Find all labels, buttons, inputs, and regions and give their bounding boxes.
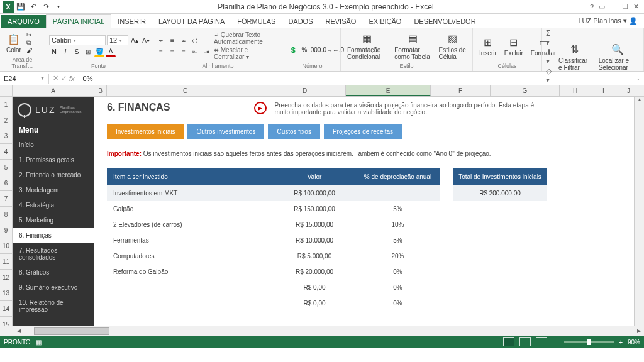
- scrollbar-horizontal[interactable]: ◀ ▶: [0, 326, 644, 336]
- indent-inc-icon[interactable]: ⇥: [201, 47, 211, 57]
- view-normal-icon[interactable]: [503, 337, 514, 346]
- view-layout-icon[interactable]: [519, 337, 531, 346]
- insert-cells-button[interactable]: ⊞Inserir: [477, 34, 499, 58]
- row-header-4[interactable]: 4: [0, 144, 12, 160]
- percent-icon[interactable]: %: [299, 45, 309, 55]
- col-header-F[interactable]: F: [431, 85, 491, 96]
- col-header-H[interactable]: H: [560, 85, 591, 96]
- inc-decimal-icon[interactable]: .0→: [322, 45, 332, 55]
- macro-record-icon[interactable]: ▦: [36, 339, 42, 346]
- scroll-up-icon[interactable]: ▲: [635, 97, 644, 102]
- save-icon[interactable]: 💾: [15, 1, 26, 13]
- table-row[interactable]: Investimentos em MKTR$ 100.000,00-: [107, 185, 440, 201]
- paste-button[interactable]: 📋Colar: [4, 31, 24, 55]
- italic-button[interactable]: I: [60, 47, 70, 57]
- account-name[interactable]: LUZ Planilhas ▾ 👤: [572, 14, 644, 28]
- autosum-icon[interactable]: Σ ▾: [546, 29, 553, 47]
- merge-center-button[interactable]: ⬌ Mesclar e Centralizar ▾: [214, 47, 280, 60]
- formula-input[interactable]: 0%: [79, 74, 633, 84]
- help-icon[interactable]: ?: [590, 3, 594, 11]
- enter-formula-icon[interactable]: ✓: [61, 74, 67, 82]
- tab-view[interactable]: EXIBIÇÃO: [362, 15, 408, 28]
- fill-icon[interactable]: ⬇ ▾: [546, 48, 553, 65]
- cell-styles-button[interactable]: ▧Estilos de Célula: [436, 31, 469, 62]
- close-icon[interactable]: ✕: [633, 3, 639, 11]
- font-size-combo[interactable]: 12▼: [107, 35, 128, 45]
- scroll-thumb-h[interactable]: [34, 327, 109, 335]
- tab-insert[interactable]: INSERIR: [111, 15, 152, 28]
- tab-data[interactable]: DADOS: [282, 15, 319, 28]
- table-row[interactable]: --R$ 0,000%: [107, 295, 440, 311]
- menu-item-5[interactable]: 5. Marketing: [13, 212, 94, 228]
- menu-item-10[interactable]: 10. Relatório de impressão: [13, 295, 94, 317]
- content-tab-0[interactable]: Investimentos iniciais: [107, 124, 184, 139]
- zoom-in-icon[interactable]: +: [619, 339, 623, 346]
- content-tab-2[interactable]: Custos fixos: [268, 124, 319, 139]
- fx-icon[interactable]: fx: [69, 75, 75, 82]
- row-header-6[interactable]: 6: [0, 175, 12, 191]
- scroll-right-icon[interactable]: ▶: [634, 328, 644, 334]
- font-name-combo[interactable]: Calibri▼: [49, 35, 106, 45]
- content-tab-3[interactable]: Projeções de receitas: [324, 124, 402, 139]
- cut-icon[interactable]: ✂: [26, 31, 33, 38]
- borders-icon[interactable]: ⊞: [83, 47, 93, 57]
- menu-item-6[interactable]: 6. Finanças: [13, 228, 94, 243]
- row-header-9[interactable]: 9: [0, 222, 12, 238]
- ribbon-options-icon[interactable]: ▭: [599, 3, 605, 11]
- row-header-12[interactable]: 12: [0, 270, 12, 285]
- undo-icon[interactable]: ↶: [28, 1, 39, 13]
- scroll-left-icon[interactable]: ◀: [14, 328, 24, 334]
- zoom-slider[interactable]: [564, 341, 614, 343]
- find-select-button[interactable]: 🔍Localizar e Selecionar: [596, 41, 640, 72]
- row-header-13[interactable]: 13: [0, 285, 12, 301]
- content-tab-1[interactable]: Outros investimentos: [187, 124, 264, 139]
- col-header-C[interactable]: C: [107, 85, 264, 96]
- format-painter-icon[interactable]: 🖌: [26, 47, 33, 54]
- underline-button[interactable]: S: [72, 47, 82, 57]
- menu-item-8[interactable]: 8. Gráficos: [13, 265, 94, 280]
- row-header-14[interactable]: 14: [0, 301, 12, 317]
- tab-file[interactable]: ARQUIVO: [1, 15, 46, 28]
- col-header-E[interactable]: E: [346, 85, 431, 96]
- grow-font-icon[interactable]: A▴: [130, 35, 140, 45]
- format-as-table-button[interactable]: ▤Formatar como Tabela: [392, 31, 433, 62]
- scrollbar-vertical[interactable]: ▲: [634, 97, 644, 326]
- sheet-canvas[interactable]: LUZ Planilhas Empresariais Menu Início1.…: [13, 97, 634, 326]
- tab-developer[interactable]: DESENVOLVEDOR: [408, 15, 482, 28]
- shrink-font-icon[interactable]: A▾: [141, 35, 151, 45]
- table-row[interactable]: ComputadoresR$ 5.000,0020%: [107, 248, 440, 264]
- menu-faq[interactable]: Dúvidas Frequentes: [13, 322, 94, 326]
- row-header-3[interactable]: 3: [0, 128, 12, 144]
- col-header-A[interactable]: A: [13, 85, 94, 96]
- qat-dropdown-icon[interactable]: ▼: [53, 1, 64, 13]
- tab-review[interactable]: REVISÃO: [319, 15, 363, 28]
- play-icon[interactable]: ▶: [254, 102, 267, 114]
- maximize-icon[interactable]: ☐: [622, 3, 628, 11]
- zoom-level[interactable]: 90%: [628, 339, 640, 346]
- zoom-out-icon[interactable]: —: [552, 339, 558, 346]
- align-bottom-icon[interactable]: ⫨: [179, 35, 189, 45]
- align-right-icon[interactable]: ≡: [179, 47, 189, 57]
- accounting-icon[interactable]: 💲: [288, 45, 298, 55]
- orientation-icon[interactable]: ⭯: [190, 35, 200, 45]
- conditional-formatting-button[interactable]: ▦Formatação Condicional: [345, 31, 389, 62]
- copy-icon[interactable]: ⧉: [26, 39, 33, 47]
- delete-cells-button[interactable]: ⊟Excluir: [502, 34, 526, 58]
- minimize-icon[interactable]: —: [610, 3, 617, 11]
- row-header-5[interactable]: 5: [0, 160, 12, 175]
- cancel-formula-icon[interactable]: ✕: [53, 74, 58, 82]
- menu-item-9[interactable]: 9. Sumário executivo: [13, 280, 94, 295]
- row-header-2[interactable]: 2: [0, 112, 12, 128]
- row-header-8[interactable]: 8: [0, 207, 12, 222]
- align-left-icon[interactable]: ≡: [156, 47, 166, 57]
- table-row[interactable]: GalpãoR$ 150.000,005%: [107, 201, 440, 217]
- sort-filter-button[interactable]: ⇅Classificar e Filtrar: [556, 41, 594, 72]
- table-row[interactable]: 2 Elevadores (de carros)R$ 15.000,0010%: [107, 217, 440, 233]
- col-header-J[interactable]: J: [616, 85, 641, 96]
- select-all-corner[interactable]: [0, 85, 13, 96]
- menu-item-2[interactable]: 2. Entenda o mercado: [13, 167, 94, 182]
- zoom-thumb[interactable]: [587, 339, 591, 345]
- col-header-I[interactable]: I: [591, 85, 616, 96]
- col-header-B[interactable]: B: [94, 85, 107, 96]
- indent-dec-icon[interactable]: ⇤: [190, 47, 200, 57]
